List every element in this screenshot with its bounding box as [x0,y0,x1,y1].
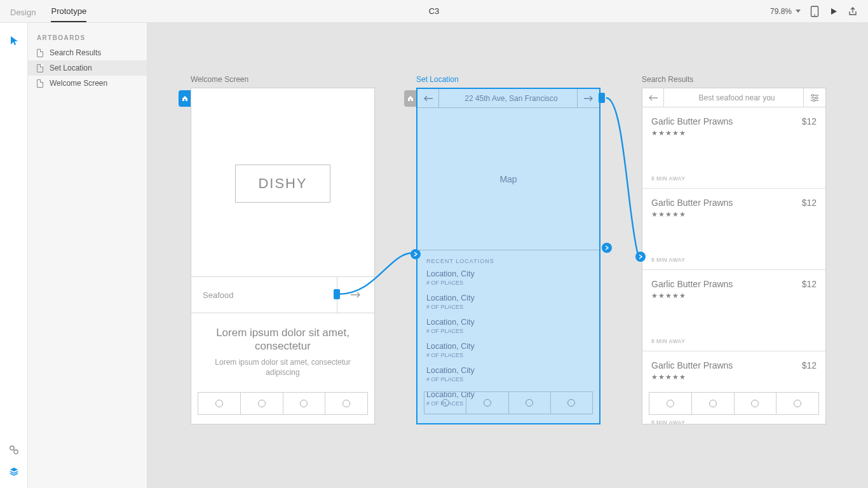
search-row: Seafood [191,276,374,313]
tab-bar-item[interactable] [735,393,777,414]
tab-bar-item[interactable] [283,393,326,414]
location-sub: # OF PLACES [426,280,590,286]
back-button[interactable] [417,89,439,107]
zoom-dropdown[interactable]: 79.8% [770,7,801,16]
home-badge-inactive[interactable] [404,90,417,107]
tab-bar-item[interactable] [241,393,283,414]
address-field[interactable]: 22 45th Ave, San Francisco [439,89,578,107]
link-target-handle[interactable] [635,252,646,262]
circle-icon [215,400,223,407]
circle-icon [342,400,350,407]
back-button[interactable] [642,88,664,107]
layers-icon[interactable] [9,466,19,477]
result-price: $12 [802,279,817,289]
zoom-value: 79.8% [770,7,792,16]
result-price: $12 [802,198,817,208]
tab-bar [649,392,819,415]
location-item[interactable]: Location, City# OF PLACES [426,342,590,358]
search-query-field[interactable]: Best seafood near you [664,88,804,107]
artboard-wrap-welcome: Welcome Screen DISHY Seafood Lorem ipsum… [191,75,375,424]
result-distance: 8 MIN AWAY [651,257,685,263]
tab-prototype[interactable]: Prototype [51,6,86,22]
circle-icon [300,400,308,407]
tab-bar-item[interactable] [466,392,508,414]
artboard-wrap-location: Set Location 22 45th Ave, San Francisco … [416,75,600,424]
blurb-body: Lorem ipsum dolor sit amet, consectetur … [209,357,356,377]
tab-bar-item[interactable] [198,393,241,414]
home-artboard-badge[interactable] [179,90,191,107]
circle-icon [709,400,717,407]
artboard-label[interactable]: Welcome Screen [191,75,375,84]
location-sub: # OF PLACES [426,304,590,310]
device-preview-icon[interactable] [810,6,820,17]
sidebar-item-label: Set Location [50,64,92,72]
result-rating: ★★★★★ [651,129,817,137]
tab-bar-item[interactable] [509,392,551,414]
sidebar-item-welcome-screen[interactable]: Welcome Screen [28,76,147,91]
location-name: Location, City [426,366,590,375]
location-item[interactable]: Location, City# OF PLACES [426,294,590,310]
tab-bar-item[interactable] [424,392,466,414]
result-distance: 8 MIN AWAY [651,419,685,424]
plugins-icon[interactable] [9,445,19,455]
artboard-icon [37,49,43,57]
svg-point-3 [13,450,17,454]
result-rating: ★★★★★ [651,210,817,219]
location-item[interactable]: Location, City# OF PLACES [426,318,590,334]
artboard-set-location[interactable]: 22 45th Ave, San Francisco Map RECENT LO… [416,88,600,424]
pointer-tool-icon[interactable] [9,36,19,46]
location-sub: # OF PLACES [426,328,590,334]
recent-locations-title: RECENT LOCATIONS [426,258,590,264]
artboards-panel: ARTBOARDS Search Results Set Location We… [28,23,147,488]
location-sub: # OF PLACES [426,376,590,383]
location-name: Location, City [426,294,590,302]
tab-bar-item[interactable] [325,393,367,414]
search-submit[interactable] [337,277,374,313]
canvas[interactable]: Welcome Screen DISHY Seafood Lorem ipsum… [147,23,868,488]
share-icon[interactable] [848,6,858,17]
artboard-label[interactable]: Set Location [416,75,600,84]
artboards-panel-title: ARTBOARDS [28,30,147,45]
search-field[interactable]: Seafood [191,277,337,313]
svg-point-2 [10,446,13,450]
artboard-search-results[interactable]: Best seafood near you Garlic Butter Praw… [642,88,826,424]
tab-bar-item[interactable] [649,393,692,414]
results-list: Garlic Butter Prawns $12 ★★★★★ 8 MIN AWA… [642,107,825,424]
circle-icon [258,400,266,407]
circle-icon [442,399,449,407]
sidebar-item-label: Search Results [50,48,101,57]
tab-bar-item[interactable] [776,393,818,414]
artboard-label[interactable]: Search Results [642,75,826,84]
tab-design[interactable]: Design [10,8,36,22]
link-source-handle[interactable] [602,243,612,253]
result-item[interactable]: Garlic Butter Prawns $12 ★★★★★ 8 MIN AWA… [642,107,825,189]
result-distance: 8 MIN AWAY [651,175,685,182]
artboard-wrap-results: Search Results Best seafood near you Ga [642,75,826,424]
location-name: Location, City [426,318,590,327]
sidebar-item-search-results[interactable]: Search Results [28,45,147,60]
sidebar-item-set-location[interactable]: Set Location [28,60,147,76]
filter-button[interactable] [804,88,825,107]
result-rating: ★★★★★ [651,373,817,381]
circle-icon [751,400,759,407]
tab-bar-item[interactable] [551,392,592,414]
tab-bar-item[interactable] [692,393,735,414]
welcome-blurb: Lorem ipsum dolor sit amet, consectetur … [191,326,374,377]
result-item[interactable]: Garlic Butter Prawns $12 ★★★★★ 8 MIN AWA… [642,270,825,351]
location-item[interactable]: Location, City# OF PLACES [426,366,590,383]
artboard-welcome-screen[interactable]: DISHY Seafood Lorem ipsum dolor sit amet… [191,88,375,424]
artboard-icon [37,64,43,72]
blurb-heading: Lorem ipsum dolor sit amet, consectetur [209,326,356,353]
result-name: Garlic Butter Prawns [651,116,817,126]
circle-icon [794,400,801,407]
location-header: 22 45th Ave, San Francisco [417,89,599,108]
map-placeholder[interactable]: Map [417,108,599,250]
result-rating: ★★★★★ [651,292,817,300]
circle-icon [567,399,575,407]
play-icon[interactable] [829,6,839,17]
go-button[interactable] [578,89,599,107]
result-item[interactable]: Garlic Butter Prawns $12 ★★★★★ 8 MIN AWA… [642,189,825,270]
result-price: $12 [802,360,817,370]
location-name: Location, City [426,342,590,351]
location-item[interactable]: Location, City# OF PLACES [426,269,590,286]
